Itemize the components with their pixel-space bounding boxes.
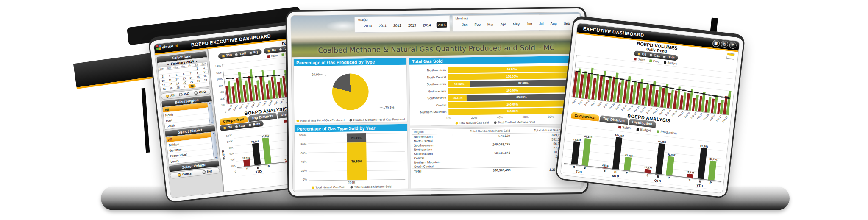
scope-option[interactable]: ISO bbox=[179, 92, 190, 97]
month-option[interactable]: Aug bbox=[549, 21, 558, 26]
fuel-option[interactable]: Both bbox=[248, 122, 261, 127]
export-icon[interactable]: ▦ bbox=[712, 39, 720, 47]
help-icon[interactable]: ? bbox=[729, 41, 737, 49]
segment-value: 99.90% bbox=[507, 68, 517, 71]
scroll-down-icon[interactable]: ▼ bbox=[211, 121, 213, 124]
fuel-option[interactable]: Gas bbox=[649, 53, 660, 58]
range-option[interactable]: 12W bbox=[235, 51, 246, 56]
month-option[interactable]: Jul bbox=[538, 21, 545, 26]
group-label: T7D bbox=[255, 170, 262, 175]
year-option[interactable]: 2013 bbox=[407, 23, 417, 28]
bar-key-label: P bbox=[668, 176, 670, 180]
month-option[interactable]: May bbox=[512, 22, 521, 27]
year-option[interactable]: 2014 bbox=[422, 22, 432, 28]
bar[interactable] bbox=[571, 141, 580, 165]
scope-option[interactable]: OSO bbox=[194, 90, 206, 95]
bar[interactable] bbox=[708, 161, 716, 181]
bar-key-label: B bbox=[573, 165, 575, 170]
year-option[interactable]: 2011 bbox=[378, 23, 388, 28]
bar-key-label: S bbox=[688, 178, 691, 182]
bar-segment[interactable]: 17.32% bbox=[448, 81, 470, 87]
stacked-segment[interactable]: 79.59% bbox=[347, 142, 367, 180]
bar-segment[interactable]: 14.31% bbox=[448, 95, 467, 101]
calendar-day[interactable] bbox=[202, 82, 210, 87]
calendar-day[interactable]: 26 bbox=[174, 85, 182, 90]
dot-swatch-icon bbox=[350, 119, 352, 121]
bar-segment[interactable]: 85.69% bbox=[467, 93, 576, 100]
bar-segment[interactable]: 100.00% bbox=[448, 72, 576, 80]
range-option[interactable]: 5Q bbox=[249, 50, 258, 55]
fuel-option[interactable]: Both bbox=[662, 55, 675, 60]
stacked-column[interactable]: 20.41%79.59% bbox=[347, 133, 367, 180]
fuel-option[interactable]: Gas bbox=[235, 124, 246, 129]
year-option[interactable]: 2010 bbox=[363, 23, 373, 28]
bar[interactable] bbox=[655, 143, 665, 175]
bar[interactable] bbox=[582, 138, 591, 167]
x-tick: Feb 28 bbox=[721, 114, 729, 125]
x-tick-label: Feb 26 bbox=[709, 114, 716, 121]
y-tick: 40% bbox=[297, 160, 307, 163]
bar[interactable] bbox=[666, 156, 674, 176]
scroll-down-icon[interactable]: ▼ bbox=[215, 156, 217, 159]
bar[interactable] bbox=[697, 148, 707, 180]
print-icon[interactable]: ⎙ bbox=[721, 40, 729, 48]
bar[interactable] bbox=[262, 137, 272, 164]
radio-icon bbox=[662, 55, 666, 58]
radio-label: Oil bbox=[271, 48, 276, 52]
table-cell: 330,345,498 bbox=[453, 167, 512, 173]
bar[interactable] bbox=[624, 157, 632, 171]
radio-icon bbox=[235, 53, 239, 56]
stacked-segment[interactable]: 20.41% bbox=[347, 133, 366, 143]
y-tick: 40K bbox=[225, 158, 235, 162]
calendar-prev-icon[interactable]: ◄ bbox=[167, 63, 170, 66]
x-tick-label: Feb 1 bbox=[239, 103, 244, 109]
bar-segment[interactable]: 100.00% bbox=[448, 86, 576, 94]
stacked-panel: Percentage of Gas Type Sold by Year 100%… bbox=[294, 124, 409, 190]
year-option[interactable]: 2012 bbox=[392, 23, 403, 28]
y-tick: 100K bbox=[223, 140, 233, 144]
calendar-icon[interactable] bbox=[726, 53, 734, 60]
calendar-day[interactable]: 28 bbox=[188, 84, 196, 89]
month-option[interactable]: Jun bbox=[525, 21, 534, 26]
bar-segment[interactable]: 82.68% bbox=[470, 79, 576, 86]
bar[interactable] bbox=[252, 143, 261, 166]
radio-label: OSO bbox=[199, 90, 206, 95]
volume-option[interactable]: Net bbox=[202, 169, 212, 174]
month-option[interactable]: Apr bbox=[499, 22, 507, 27]
pie-chart[interactable] bbox=[332, 73, 369, 110]
calendar-day[interactable]: 25 bbox=[167, 86, 175, 91]
y-tick: 40K bbox=[215, 97, 225, 100]
calendar-day[interactable]: 24 bbox=[160, 87, 168, 92]
segment-value: 85.69% bbox=[517, 95, 527, 98]
month-option[interactable]: Feb bbox=[473, 22, 482, 27]
scroll-up-icon[interactable]: ▲ bbox=[209, 102, 211, 105]
range-option[interactable]: 30D bbox=[221, 53, 232, 58]
radio-icon bbox=[202, 170, 206, 174]
month-option[interactable]: Jan bbox=[461, 22, 469, 27]
bar-segment[interactable]: 99.90% bbox=[448, 65, 576, 73]
scope-option[interactable]: All bbox=[166, 93, 175, 98]
x-tick-label: Feb 19 bbox=[665, 109, 672, 116]
pie-callout-coalbed: 20.9% bbox=[312, 72, 320, 76]
bar-segment[interactable]: 100.00% bbox=[448, 107, 576, 115]
group-label: T7D bbox=[576, 170, 582, 175]
calendar-next-icon[interactable]: ► bbox=[195, 60, 198, 63]
fuel-option[interactable]: Oil bbox=[637, 52, 646, 56]
calendar-day[interactable] bbox=[195, 83, 203, 88]
radio-icon bbox=[179, 92, 183, 96]
legend-item: Budget bbox=[636, 127, 651, 133]
year-option[interactable]: 2015 bbox=[437, 22, 447, 28]
calendar-day[interactable]: 27 bbox=[181, 84, 189, 89]
month-option[interactable]: Sep bbox=[562, 21, 571, 26]
fuel-option[interactable]: Oil bbox=[267, 48, 276, 53]
bar[interactable] bbox=[612, 137, 623, 170]
scroll-up-icon[interactable]: ▲ bbox=[212, 132, 214, 135]
fuel-option[interactable]: Oil bbox=[223, 125, 232, 130]
bar-segment[interactable]: 100.00% bbox=[448, 100, 576, 108]
volume-option[interactable]: Gross bbox=[178, 172, 192, 177]
dot-swatch-icon bbox=[297, 120, 299, 122]
bar-key-label: B bbox=[614, 170, 617, 174]
radio-label: Gas bbox=[654, 53, 660, 58]
month-option[interactable]: Mar bbox=[486, 22, 495, 27]
segment-value: 100.00% bbox=[506, 110, 518, 113]
